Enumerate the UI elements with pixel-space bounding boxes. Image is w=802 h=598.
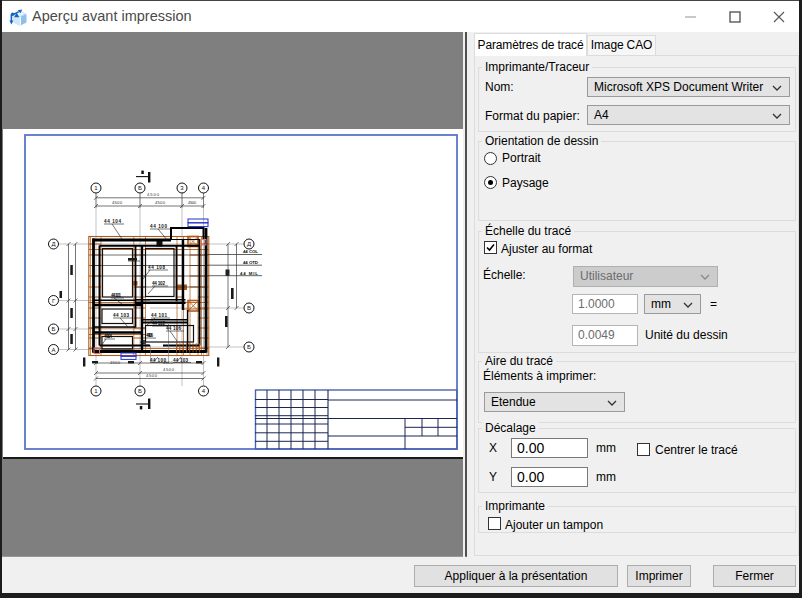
svg-text:44 106: 44 106 (166, 326, 181, 331)
svg-text:44 103: 44 103 (173, 358, 188, 363)
svg-text:Б: Б (138, 388, 142, 394)
svg-text:44 108: 44 108 (148, 265, 165, 270)
svg-text:Д: Д (51, 241, 55, 247)
svg-text:44 101: 44 101 (111, 293, 121, 298)
svg-text:4500: 4500 (110, 360, 121, 365)
svg-text:4500: 4500 (188, 200, 197, 205)
svg-text:Б: Б (138, 185, 142, 191)
svg-text:А: А (51, 347, 55, 353)
svg-text:44 104: 44 104 (104, 219, 121, 224)
svg-text:Б: Б (52, 326, 56, 332)
svg-text:Д: Д (247, 241, 251, 247)
svg-text:Б: Б (247, 344, 251, 350)
svg-text:44 106: 44 106 (146, 333, 153, 338)
svg-text:4500: 4500 (163, 360, 174, 365)
svg-text:4500: 4500 (112, 200, 123, 205)
svg-text:4500: 4500 (163, 367, 175, 372)
svg-text:44 104: 44 104 (104, 334, 112, 339)
svg-text:4500: 4500 (155, 200, 166, 205)
svg-text:44 MIL: 44 MIL (240, 271, 258, 276)
svg-text:44 102: 44 102 (152, 281, 165, 286)
svg-text:44 100: 44 100 (150, 224, 167, 229)
svg-text:44 103: 44 103 (113, 313, 129, 318)
svg-text:4500: 4500 (147, 192, 160, 197)
svg-text:44 102: 44 102 (152, 321, 165, 326)
svg-text:В: В (247, 305, 251, 311)
svg-text:44 OTD: 44 OTD (243, 260, 258, 265)
svg-text:44 101: 44 101 (151, 313, 167, 318)
svg-text:44 100: 44 100 (140, 340, 146, 345)
svg-text:44 COL: 44 COL (243, 249, 258, 254)
svg-text:4500: 4500 (146, 373, 158, 378)
